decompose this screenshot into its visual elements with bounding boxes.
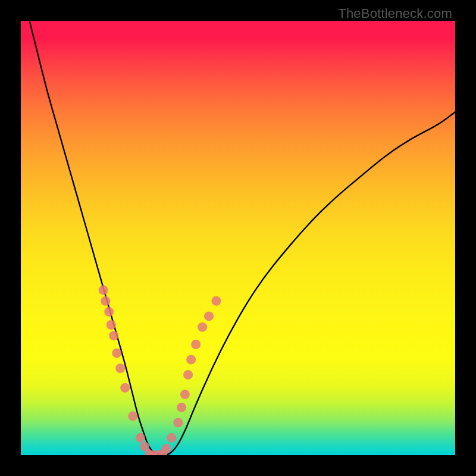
chart-viewport: TheBottleneck.com	[0, 0, 476, 476]
data-point-marker	[173, 418, 183, 427]
data-point-marker	[104, 307, 114, 317]
data-point-marker	[115, 364, 125, 373]
data-point-marker	[177, 403, 186, 412]
data-point-marker	[183, 370, 193, 380]
markers-bottom	[145, 449, 167, 455]
data-point-marker	[198, 322, 207, 332]
data-point-marker	[128, 411, 137, 421]
markers-right	[162, 296, 221, 453]
data-point-marker	[120, 383, 130, 393]
data-point-marker	[186, 355, 196, 364]
data-point-marker	[204, 311, 214, 321]
data-point-marker	[212, 296, 221, 306]
data-point-marker	[167, 433, 176, 443]
data-point-marker	[136, 433, 145, 443]
attribution-label: TheBottleneck.com	[338, 6, 452, 21]
data-point-marker	[101, 296, 110, 306]
data-point-marker	[107, 320, 116, 330]
data-point-marker	[99, 286, 108, 295]
bottleneck-curve	[30, 21, 455, 455]
curve-overlay	[21, 21, 455, 455]
data-point-marker	[112, 348, 121, 358]
data-point-marker	[180, 390, 190, 399]
data-point-marker	[191, 340, 201, 349]
plot-area	[21, 21, 455, 455]
data-point-marker	[109, 331, 118, 340]
